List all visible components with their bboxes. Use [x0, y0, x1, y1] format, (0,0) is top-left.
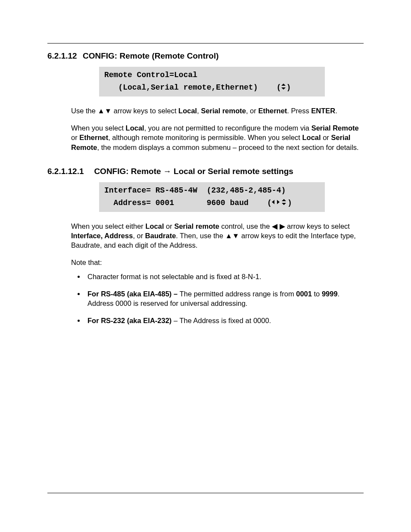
note-intro: Note that: [71, 258, 364, 267]
para-use-arrows: Use the ▲▼ arrow keys to select Local, S… [71, 106, 364, 115]
lcd-display-remote: Remote Control=Local (Local,Serial remot… [99, 67, 325, 96]
updown-arrows-text: ▲▼ [97, 107, 112, 115]
bottom-rule [47, 493, 364, 493]
svg-marker-5 [282, 203, 286, 205]
section-heading-remote: 6.2.1.12 CONFIG: Remote (Remote Control) [47, 51, 364, 61]
top-rule [47, 43, 364, 44]
lcd2-line1: Interface= RS-485-4W (232,485-2,485-4) [104, 185, 320, 197]
lcd-line2: (Local,Serial remote,Ethernet) () [104, 81, 320, 94]
lcd-line1: Remote Control=Local [104, 69, 320, 81]
section-heading-local-serial: 6.2.1.12.1 CONFIG: Remote → Local or Ser… [47, 167, 364, 176]
leftright-updown-icon [272, 198, 287, 207]
bullet-char-format: Character format is not selectable and i… [85, 272, 364, 281]
updown-icon [281, 83, 286, 91]
para-local-select: When you select Local, you are not permi… [71, 123, 364, 152]
subsection-title-post: Local or Serial remote settings [171, 167, 293, 176]
section-number: 6.2.1.12 [47, 51, 77, 61]
section-title: CONFIG: Remote (Remote Control) [83, 51, 219, 60]
svg-marker-4 [282, 199, 286, 201]
svg-marker-3 [277, 200, 280, 204]
bullet-rs232: For RS-232 (aka EIA-232) – The Address i… [85, 316, 364, 325]
svg-marker-2 [272, 200, 274, 204]
leftright-arrows-text: ◀ ▶ [272, 222, 285, 230]
subsection-title-pre: CONFIG: Remote [94, 167, 163, 176]
right-arrow-icon: → [163, 167, 171, 176]
subsection-number: 6.2.1.12.1 [47, 167, 84, 176]
note-list: Character format is not selectable and i… [71, 272, 364, 326]
bullet-rs485: For RS-485 (aka EIA-485) – The permitted… [85, 289, 364, 308]
updown-arrows-text-2: ▲▼ [225, 232, 240, 240]
page: 6.2.1.12 CONFIG: Remote (Remote Control)… [0, 0, 411, 532]
svg-marker-0 [281, 84, 286, 86]
para-interface-select: When you select either Local or Serial r… [71, 221, 364, 250]
svg-marker-1 [281, 87, 286, 90]
lcd2-line2: Address= 0001 9600 baud () [104, 197, 320, 209]
lcd-display-interface: Interface= RS-485-4W (232,485-2,485-4) A… [99, 182, 325, 212]
